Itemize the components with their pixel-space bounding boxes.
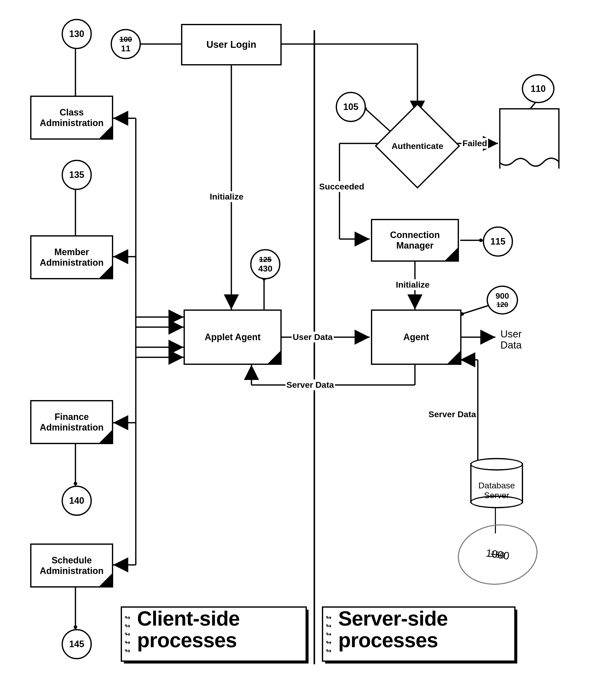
- svg-line-14: [363, 107, 391, 132]
- member-admin-box: Member Administration: [30, 235, 113, 279]
- ref-100: 100 11: [111, 29, 141, 59]
- ref-110: 110: [522, 74, 554, 103]
- ref-125: 125 430: [250, 249, 280, 279]
- svg-point-8: [74, 625, 77, 629]
- spiral-icon: ↬↬↬↬↬: [326, 611, 337, 657]
- schedule-admin-box: Schedule Administration: [30, 544, 113, 588]
- applet-agent-box: Applet Agent: [184, 309, 282, 365]
- ref-145: 145: [61, 629, 92, 659]
- edge-initialize-1: Initialize: [209, 191, 244, 202]
- ref-1000: 150 1000: [454, 519, 541, 590]
- caption-client: ↬↬↬↬↬ Client-side processes: [121, 606, 307, 662]
- svg-point-23: [479, 239, 483, 242]
- ref-900: 900 120: [487, 285, 518, 315]
- edge-failed: Failed: [462, 138, 488, 149]
- ref-140: 140: [61, 485, 92, 516]
- agent-box: Agent: [371, 309, 462, 365]
- class-admin-box: Class Administration: [30, 96, 113, 140]
- ref-105: 105: [336, 92, 366, 122]
- user-login-box: User Login: [181, 24, 282, 66]
- svg-line-32: [460, 306, 488, 315]
- edge-user-data-handnote: User Data: [500, 328, 522, 350]
- flowchart-canvas: 130 Class Administration 135 Member Admi…: [0, 0, 598, 700]
- authenticate-diamond: Authenticate: [387, 116, 448, 176]
- ref-115: 115: [483, 226, 513, 257]
- spiral-icon: ↬↬↬↬↬: [125, 611, 135, 657]
- edge-initialize-2: Initialize: [395, 279, 431, 290]
- ref-135: 135: [61, 160, 92, 190]
- connection-manager-box: Connection Manager: [371, 219, 459, 262]
- caption-server: ↬↬↬↬↬ Server-side processes: [322, 606, 516, 662]
- ref-130: 130: [61, 19, 92, 49]
- svg-point-6: [74, 482, 77, 485]
- edge-server-data-2: Server Data: [427, 409, 477, 420]
- edge-succeeded: Succeeded: [318, 181, 365, 192]
- database-cylinder: Database Server: [470, 458, 523, 508]
- torn-page: [499, 108, 560, 169]
- finance-admin-box: Finance Administration: [30, 400, 113, 444]
- edge-user-data: User Data: [292, 332, 334, 343]
- edge-server-data-1: Server Data: [285, 379, 335, 390]
